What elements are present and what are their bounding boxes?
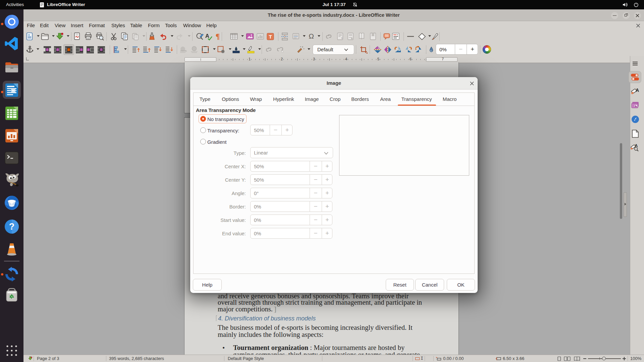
svg-text:T: T <box>269 34 272 40</box>
svg-text:1: 1 <box>341 37 343 40</box>
svg-text:Ω: Ω <box>309 32 314 40</box>
svg-text:A: A <box>636 87 639 93</box>
svg-text:¶: ¶ <box>216 32 220 41</box>
svg-text:A: A <box>205 33 209 39</box>
svg-text:?: ? <box>9 222 15 232</box>
